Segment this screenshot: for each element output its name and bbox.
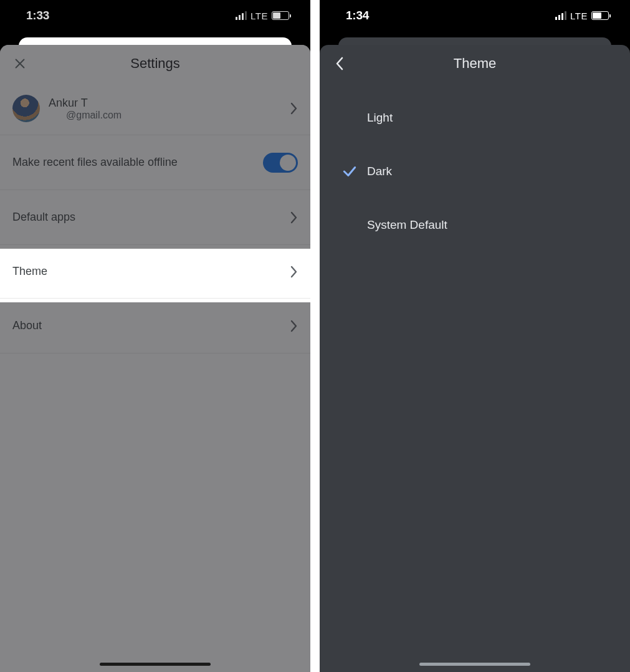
- account-name: Ankur T: [49, 97, 282, 110]
- page-title: Theme: [320, 55, 630, 72]
- chevron-right-icon: [290, 102, 298, 115]
- offline-label: Make recent files available offline: [12, 156, 263, 169]
- phone-settings: 1:33 LTE Settings Ankur T @gmail.com Mak…: [0, 0, 310, 672]
- offline-toggle[interactable]: [263, 153, 298, 173]
- status-bar: 1:33 LTE: [0, 0, 310, 31]
- check-icon: [341, 163, 358, 180]
- theme-option-light[interactable]: Light: [320, 91, 630, 145]
- about-label: About: [12, 319, 290, 332]
- signal-bars-icon: [236, 11, 247, 20]
- theme-panel: Theme Light Dark System Default: [320, 45, 630, 672]
- offline-toggle-row[interactable]: Make recent files available offline: [0, 135, 310, 190]
- screenshot-divider: [310, 0, 320, 672]
- battery-icon: [272, 11, 289, 20]
- home-indicator[interactable]: [419, 663, 530, 666]
- default-apps-label: Default apps: [12, 211, 290, 224]
- theme-option-system-default[interactable]: System Default: [320, 198, 630, 252]
- close-button[interactable]: [11, 55, 29, 72]
- check-slot: [332, 163, 367, 180]
- theme-row[interactable]: Theme: [0, 245, 310, 299]
- chevron-left-icon: [335, 56, 344, 71]
- home-indicator[interactable]: [100, 663, 211, 666]
- status-time: 1:33: [26, 9, 49, 22]
- dim-overlay: [0, 302, 310, 672]
- network-label: LTE: [251, 11, 268, 21]
- signal-bars-icon: [555, 11, 566, 20]
- theme-label: Theme: [12, 265, 290, 278]
- chevron-right-icon: [290, 319, 298, 333]
- option-label: Light: [367, 111, 393, 125]
- status-bar: 1:34 LTE: [320, 0, 630, 31]
- status-right: LTE: [555, 11, 609, 21]
- back-button[interactable]: [331, 55, 348, 72]
- chevron-right-icon: [290, 211, 298, 224]
- phone-theme: 1:34 LTE Theme Light Dark System: [320, 0, 630, 672]
- spacer: [320, 82, 630, 91]
- network-label: LTE: [570, 11, 588, 21]
- account-email: @gmail.com: [49, 110, 282, 121]
- page-title: Settings: [0, 55, 310, 72]
- option-label: System Default: [367, 218, 447, 232]
- avatar: [12, 95, 40, 122]
- close-icon: [13, 57, 27, 70]
- panel-header: Theme: [320, 45, 630, 82]
- chevron-right-icon: [290, 265, 298, 279]
- default-apps-row[interactable]: Default apps: [0, 190, 310, 245]
- panel-header: Settings: [0, 45, 310, 82]
- status-time: 1:34: [346, 9, 369, 22]
- option-label: Dark: [367, 165, 392, 178]
- account-text: Ankur T @gmail.com: [49, 97, 282, 121]
- settings-panel: Settings Ankur T @gmail.com Make recent …: [0, 45, 310, 672]
- account-row[interactable]: Ankur T @gmail.com: [0, 82, 310, 135]
- about-row[interactable]: About: [0, 299, 310, 353]
- status-right: LTE: [236, 11, 289, 21]
- battery-icon: [591, 11, 609, 20]
- theme-option-dark[interactable]: Dark: [320, 145, 630, 198]
